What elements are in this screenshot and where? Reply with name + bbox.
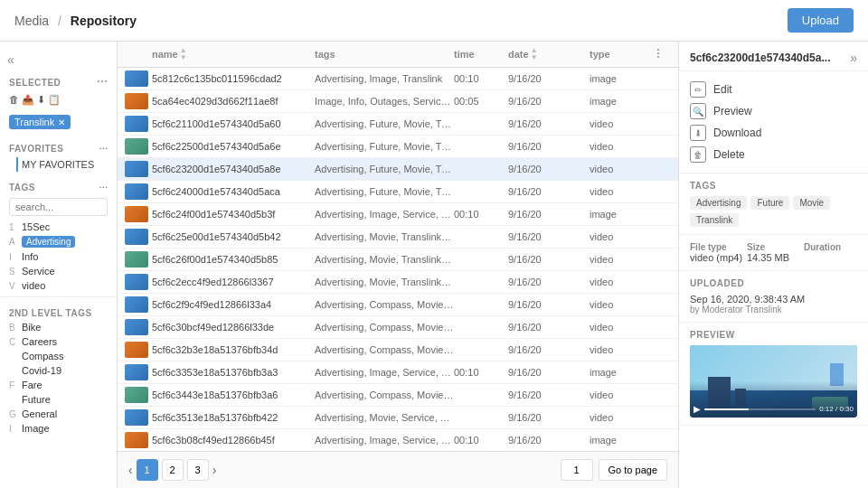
tag-name: Compass: [22, 351, 63, 361]
preview-progress-bar[interactable]: [704, 408, 816, 410]
row-tags: Advertising, Movie, Service, Translink, …: [315, 412, 454, 423]
sidebar-second-tag-item[interactable]: GGeneral: [0, 407, 117, 421]
table-row[interactable]: 5cf6c3b08cf49ed12866b45f Advertising, Im…: [118, 429, 678, 451]
sidebar-tag-item[interactable]: IInfo: [0, 249, 117, 264]
table-row[interactable]: 5cf6c3513e18a51376bfb422 Advertising, Mo…: [118, 407, 678, 429]
row-thumbnail: [125, 387, 148, 403]
download-label: Download: [713, 127, 761, 139]
download-selected-icon[interactable]: ⬇: [37, 94, 45, 106]
row-name: 5cf6c2ecc4f9ed12866l3367: [152, 277, 315, 287]
edit-icon: ✏: [690, 81, 706, 98]
remove-selected-tag-icon[interactable]: ✕: [58, 117, 65, 127]
go-to-page-button[interactable]: Go to page: [599, 459, 667, 481]
row-thumbnail: [125, 116, 148, 132]
second-level-tags-label: 2ND LEVEL TAGS: [0, 301, 117, 320]
sidebar-collapse-btn[interactable]: «: [0, 49, 117, 70]
table-row[interactable]: 5c812c6c135bc011596cdad2 Advertising, Im…: [118, 68, 678, 90]
selected-options-icon[interactable]: [97, 76, 108, 89]
row-date: 9/16/20: [508, 367, 590, 378]
table-row[interactable]: 5cf6c25e00d1e574340d5b42 Advertising, Mo…: [118, 226, 678, 249]
sidebar-second-tag-item[interactable]: Future: [0, 392, 117, 407]
col-name[interactable]: name ▲▼: [152, 47, 315, 61]
table-row[interactable]: 5cf6c22500d1e574340d5a6e Advertising, Fu…: [118, 136, 678, 158]
col-menu[interactable]: [653, 48, 671, 61]
row-name: 5cf6c3443e18a51376bfb3a6: [152, 389, 315, 400]
row-time: 00:10: [454, 367, 508, 378]
sidebar-second-tag-item[interactable]: IImage: [0, 421, 117, 436]
rp-action-download[interactable]: ⬇Download: [690, 122, 857, 144]
page-2-button[interactable]: 2: [162, 459, 184, 481]
rp-action-delete[interactable]: 🗑Delete: [690, 144, 857, 165]
delete-selected-icon[interactable]: 🗑: [9, 94, 19, 106]
row-thumbnail: [125, 161, 148, 177]
row-tags: Advertising, Future, Movie, Translink: [315, 186, 454, 197]
sidebar-tag-item[interactable]: 115Sec: [0, 220, 117, 234]
sidebar-second-tag-item[interactable]: CCareers: [0, 334, 117, 349]
download-icon: ⬇: [690, 125, 706, 141]
row-name: 5cf6c22500d1e574340d5a6e: [152, 141, 315, 152]
rp-action-edit[interactable]: ✏Edit: [690, 79, 857, 100]
sidebar-second-tag-item[interactable]: BBike: [0, 320, 117, 334]
move-selected-icon[interactable]: 📤: [22, 94, 34, 106]
my-favorites-item[interactable]: MY FAVORITES: [22, 157, 100, 172]
copy-selected-icon[interactable]: 📋: [48, 94, 61, 106]
tag-letter: V: [9, 281, 18, 291]
rp-tags-label: Tags: [690, 181, 857, 191]
row-time: 00:10: [454, 435, 508, 446]
row-type: video: [590, 412, 653, 423]
table-row[interactable]: 5cf6c21100d1e574340d5a60 Advertising, Fu…: [118, 113, 678, 136]
row-date: 9/16/20: [508, 322, 590, 333]
row-tags: Image, Info, Outages, Service, Translink…: [315, 96, 454, 107]
table-row[interactable]: 5cf6c3443e18a51376bfb3a6 Advertising, Co…: [118, 384, 678, 407]
table-row[interactable]: 5cf6c32b3e18a51376bfb34d Advertising, Co…: [118, 339, 678, 361]
sidebar-second-tag-item[interactable]: Compass: [0, 349, 117, 363]
table-row[interactable]: 5cf6c23200d1e574340d5a8e Advertising, Fu…: [118, 158, 678, 181]
tag-letter: G: [9, 409, 18, 419]
row-type: video: [590, 254, 653, 265]
table-row[interactable]: 5cf6c24f00d1e574340d5b3f Advertising, Im…: [118, 203, 678, 226]
selected-label: SELECTED: [9, 78, 61, 88]
page-3-button[interactable]: 3: [187, 459, 209, 481]
table-row[interactable]: 5cf6c3353e18a51376bfb3a3 Advertising, Im…: [118, 361, 678, 384]
table-row[interactable]: 5cf6c30bcf49ed12866l33de Advertising, Co…: [118, 316, 678, 339]
go-to-page-input[interactable]: [561, 459, 593, 481]
sidebar-second-tag-item[interactable]: Covid-19: [0, 363, 117, 378]
row-thumbnail: [125, 296, 148, 313]
tag-name: Service: [22, 266, 55, 277]
tags-search-input[interactable]: [9, 198, 108, 216]
next-page-button[interactable]: ›: [212, 463, 217, 477]
sidebar-second-tag-item[interactable]: FFare: [0, 378, 117, 392]
preview-play-button[interactable]: ▶: [693, 404, 701, 414]
edit-label: Edit: [713, 83, 732, 96]
row-date: 9/16/20: [508, 209, 590, 220]
selected-tag-chip[interactable]: Translink ✕: [9, 115, 71, 129]
row-date: 9/16/20: [508, 299, 590, 310]
table-row[interactable]: 5ca64ec4029d3d662f11ae8f Image, Info, Ou…: [118, 90, 678, 113]
sidebar-tag-item[interactable]: Vvideo: [0, 278, 117, 293]
breadcrumb-parent[interactable]: Media: [14, 14, 49, 28]
table-row[interactable]: 5cf6c26f00d1e574340d5b85 Advertising, Mo…: [118, 249, 678, 271]
tags-options-icon[interactable]: ⋯: [99, 183, 108, 192]
row-time: 00:10: [454, 209, 508, 220]
sidebar-tag-item[interactable]: SService: [0, 264, 117, 278]
sidebar-tag-item[interactable]: AAdvertising: [0, 234, 117, 249]
rp-preview-thumbnail[interactable]: ▶ 0:12 / 0:30: [690, 345, 857, 418]
rp-action-preview[interactable]: 🔍Preview: [690, 100, 857, 122]
prev-page-button[interactable]: ‹: [128, 463, 133, 477]
row-type: image: [590, 435, 653, 446]
rp-expand-icon[interactable]: »: [850, 51, 857, 65]
row-type: video: [590, 344, 653, 355]
row-thumbnail: [125, 93, 148, 109]
row-thumbnail: [125, 364, 148, 380]
col-date[interactable]: date ▲▼: [508, 47, 590, 61]
tag-letter: F: [9, 380, 18, 390]
upload-button[interactable]: Upload: [788, 8, 854, 33]
row-date: 9/16/20: [508, 231, 590, 242]
favorites-options-icon[interactable]: ⋯: [99, 144, 108, 154]
page-1-button[interactable]: 1: [137, 459, 158, 481]
table-row[interactable]: 5cf6c2ecc4f9ed12866l3367 Advertising, Mo…: [118, 271, 678, 294]
rp-size-value: 14.35 MB: [747, 252, 800, 263]
preview-label: Preview: [713, 105, 752, 117]
table-row[interactable]: 5cf6c2f9c4f9ed12866l33a4 Advertising, Co…: [118, 294, 678, 316]
table-row[interactable]: 5cf6c24000d1e574340d5aca Advertising, Fu…: [118, 181, 678, 203]
